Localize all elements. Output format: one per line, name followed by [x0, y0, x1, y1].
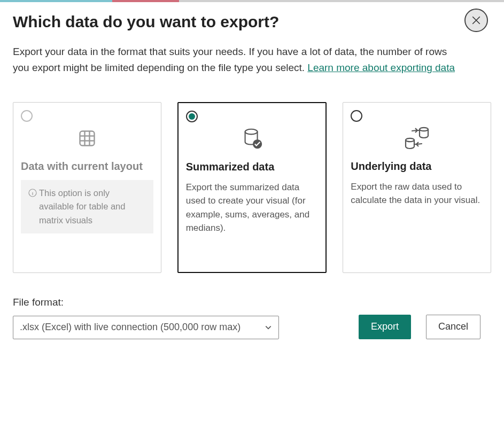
option-title: Data with current layout [21, 160, 153, 173]
option-disabled-info: This option is only available for table … [21, 180, 153, 234]
option-underlying-data[interactable]: Underlying data Export the raw data used… [343, 102, 491, 273]
dialog-description: Export your data in the format that suit… [13, 44, 462, 76]
radio-summarized-data[interactable] [186, 111, 198, 122]
option-description: Export the raw data used to calculate th… [351, 180, 483, 207]
database-transfer-icon [351, 126, 483, 151]
export-options: Data with current layout This option is … [13, 102, 491, 273]
svg-rect-2 [80, 131, 94, 145]
dialog-actions: Export Cancel [359, 315, 480, 339]
export-button[interactable]: Export [359, 315, 411, 339]
file-format-selected-value: .xlsx (Excel) with live connection (500,… [20, 322, 241, 333]
svg-point-12 [406, 138, 414, 142]
option-current-layout: Data with current layout This option is … [13, 102, 161, 273]
export-dialog: Which data do you want to export? Export… [0, 2, 504, 352]
cancel-button[interactable]: Cancel [426, 315, 480, 339]
learn-more-link[interactable]: Learn more about exporting data [307, 62, 455, 73]
table-layout-icon [21, 126, 153, 151]
dialog-title: Which data do you want to export? [13, 13, 491, 31]
option-description: Export the summarized data used to creat… [186, 181, 319, 235]
radio-underlying-data[interactable] [351, 110, 362, 122]
file-format-label: File format: [13, 297, 491, 308]
svg-point-13 [420, 128, 428, 131]
radio-current-layout [21, 110, 33, 122]
option-summarized-data[interactable]: Summarized data Export the summarized da… [177, 102, 327, 273]
close-button[interactable] [464, 9, 488, 32]
svg-point-10 [245, 129, 257, 135]
info-icon [28, 188, 37, 228]
database-summary-icon [186, 127, 319, 151]
chevron-down-icon [265, 324, 272, 331]
option-title: Underlying data [351, 160, 483, 173]
file-format-select[interactable]: .xlsx (Excel) with live connection (500,… [13, 316, 279, 339]
close-icon [471, 15, 481, 25]
option-title: Summarized data [186, 161, 319, 173]
